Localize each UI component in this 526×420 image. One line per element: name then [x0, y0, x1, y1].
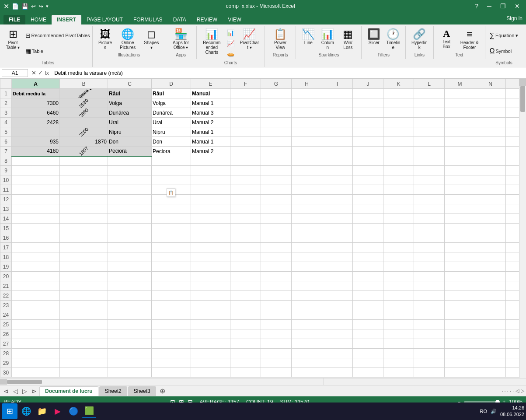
header-footer-button[interactable]: ≡ Header & Footer [458, 28, 481, 51]
tab-insert[interactable]: INSERT [52, 15, 81, 24]
sheet-tab-sheet2[interactable]: Sheet2 [99, 386, 127, 396]
symbol-button[interactable]: Ω Symbol [488, 46, 520, 56]
col-header-M[interactable]: M [445, 79, 475, 89]
cell-N6[interactable] [475, 137, 506, 147]
cell-A7[interactable]: 4180 [12, 147, 60, 156]
tab-review[interactable]: REVIEW [192, 15, 223, 24]
cell-M1[interactable] [445, 89, 475, 98]
formula-input[interactable] [52, 70, 524, 77]
sheet-nav-right-end[interactable]: ⊳ [30, 387, 38, 396]
cell-G2[interactable] [261, 98, 292, 108]
cell-E7[interactable]: Manual 2 [191, 147, 230, 156]
cell-A8[interactable] [12, 156, 60, 166]
cell-C5[interactable]: Nipru [108, 127, 152, 137]
confirm-formula-icon[interactable]: ✓ [38, 70, 43, 76]
cell-F4[interactable] [230, 118, 261, 127]
cell-G3[interactable] [261, 108, 292, 118]
start-button[interactable]: ⊞ [2, 403, 17, 419]
cell-K1[interactable] [383, 89, 414, 98]
online-pictures-button[interactable]: 🌐 Online Pictures [116, 28, 139, 51]
cell-E3[interactable]: Manual 3 [191, 108, 230, 118]
name-box[interactable] [2, 69, 28, 77]
cell-A4[interactable]: 2428 [12, 118, 60, 127]
cell-O6[interactable] [506, 137, 519, 147]
tab-view[interactable]: VIEW [223, 15, 247, 24]
cell-A3[interactable]: 6460 [12, 108, 60, 118]
cell-M2[interactable] [445, 98, 475, 108]
cell-K2[interactable] [383, 98, 414, 108]
cell-N7[interactable] [475, 147, 506, 156]
cell-L3[interactable] [414, 108, 445, 118]
sheet-tab-sheet3[interactable]: Sheet3 [128, 386, 156, 396]
column-sparkline-button[interactable]: 📊 Column [319, 28, 336, 51]
cell-D5[interactable]: Nipru [152, 127, 191, 137]
cell-C1[interactable]: Râul [108, 89, 152, 98]
recommended-charts-button[interactable]: 📊 Recommended Charts [200, 28, 223, 56]
col-header-C[interactable]: C [108, 79, 152, 89]
row-num-1[interactable]: 1 [0, 89, 12, 98]
cell-E5[interactable]: Manual 1 [191, 127, 230, 137]
cell-C4[interactable]: Ural [108, 118, 152, 127]
shapes-button[interactable]: ◻ Shapes ▾ [141, 28, 161, 51]
col-header-K[interactable]: K [383, 79, 414, 89]
cell-J1[interactable] [353, 89, 383, 98]
cell-L6[interactable] [414, 137, 445, 147]
col-header-G[interactable]: G [261, 79, 292, 89]
cell-N5[interactable] [475, 127, 506, 137]
horizontal-scrollbar[interactable] [0, 378, 324, 385]
cell-D1[interactable]: Râul [152, 89, 191, 98]
cell-F1[interactable] [230, 89, 261, 98]
cell-H1[interactable] [292, 89, 322, 98]
cell-F5[interactable] [230, 127, 261, 137]
cell-F6[interactable] [230, 137, 261, 147]
sheet-nav-left-end[interactable]: ⊲ [2, 387, 10, 396]
row-num-5[interactable]: 5 [0, 127, 12, 137]
cell-I5[interactable] [322, 127, 353, 137]
table-button[interactable]: ▦ Table [24, 47, 92, 56]
col-header-A[interactable]: A [12, 79, 60, 89]
cell-G4[interactable] [261, 118, 292, 127]
sheet-nav-left[interactable]: ◁ [11, 387, 20, 396]
save-icon[interactable]: 💾 [21, 3, 28, 10]
cell-J7[interactable] [353, 147, 383, 156]
cell-G6[interactable] [261, 137, 292, 147]
cell-M3[interactable] [445, 108, 475, 118]
cell-D7[interactable]: Peciora [152, 147, 191, 156]
cell-H2[interactable] [292, 98, 322, 108]
insert-function-icon[interactable]: fx [45, 70, 49, 76]
cell-K7[interactable] [383, 147, 414, 156]
cell-F3[interactable] [230, 108, 261, 118]
cell-D4[interactable]: Ural [152, 118, 191, 127]
cell-O3[interactable] [506, 108, 519, 118]
cell-N4[interactable] [475, 118, 506, 127]
cell-K4[interactable] [383, 118, 414, 127]
col-header-N[interactable]: N [475, 79, 506, 89]
taskbar-file-explorer-icon[interactable]: 📁 [35, 404, 49, 418]
win-loss-button[interactable]: ▦ Win/ Loss [338, 28, 358, 51]
pictures-button[interactable]: 🖼 Pictures [96, 28, 114, 51]
cell-B7[interactable]: 1807 [60, 147, 108, 156]
cell-I4[interactable] [322, 118, 353, 127]
cell-E1[interactable]: Manual [191, 89, 230, 98]
cell-M4[interactable] [445, 118, 475, 127]
row-num-2[interactable]: 2 [0, 98, 12, 108]
cell-K3[interactable] [383, 108, 414, 118]
col-header-L[interactable]: L [414, 79, 445, 89]
cell-D3[interactable]: Dunărea [152, 108, 191, 118]
col-header-D[interactable]: D [152, 79, 191, 89]
recommended-pivottables-button[interactable]: ⊟ Recommended PivotTables [24, 31, 92, 40]
bar-chart-button[interactable]: 📊 [225, 28, 236, 37]
cell-H3[interactable] [292, 108, 322, 118]
cell-H4[interactable] [292, 118, 322, 127]
cell-C2[interactable]: Volga [108, 98, 152, 108]
pivot-table-button[interactable]: ⊞ PivotTable ▾ [4, 28, 22, 51]
cell-L7[interactable] [414, 147, 445, 156]
cell-A1[interactable]: Debit mediu la [12, 89, 60, 98]
tab-data[interactable]: DATA [168, 15, 192, 24]
cell-B4[interactable] [60, 118, 108, 127]
cell-O4[interactable] [506, 118, 519, 127]
cell-L5[interactable] [414, 127, 445, 137]
sign-in-button[interactable]: Sign in [506, 15, 523, 21]
cell-G1[interactable] [261, 89, 292, 98]
text-box-button[interactable]: A Text Box [437, 28, 456, 50]
